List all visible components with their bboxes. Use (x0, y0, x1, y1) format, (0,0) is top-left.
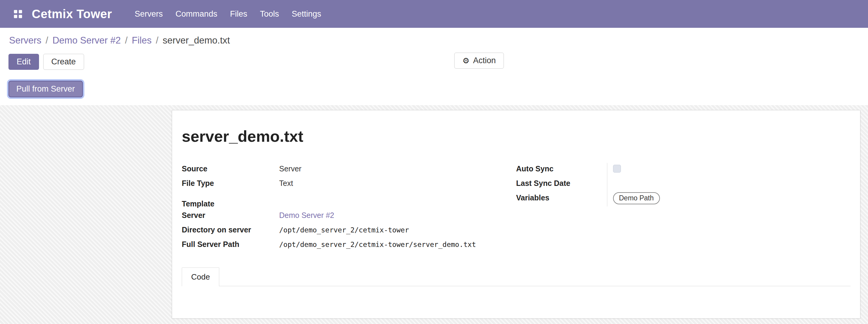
notebook-tabs: Code (182, 267, 850, 286)
field-code-full-server-path: /opt/demo_server_2/cetmix-tower/server_d… (279, 240, 476, 249)
breadcrumb-link-demo-server-2[interactable]: Demo Server #2 (52, 35, 121, 46)
app-window: Cetmix Tower ServersCommandsFilesToolsSe… (0, 0, 868, 324)
menu-tools[interactable]: Tools (253, 0, 285, 28)
field-value-directory-on-server: /opt/demo_server_2/cetmix-tower (279, 224, 516, 238)
field-row-last-sync-date: Last Sync Date (516, 177, 851, 192)
breadcrumb-separator: / (156, 35, 158, 46)
breadcrumb-link-files[interactable]: Files (132, 35, 152, 46)
field-label-variables: Variables (516, 192, 607, 203)
menu-commands[interactable]: Commands (169, 0, 223, 28)
field-value-file-type: Text (279, 177, 516, 192)
menu-files[interactable]: Files (223, 0, 253, 28)
field-label-auto-sync: Auto Sync (516, 163, 607, 174)
pull-from-server-button[interactable]: Pull from Server (8, 81, 83, 97)
edit-button[interactable]: Edit (8, 54, 39, 70)
breadcrumb-separator: / (46, 35, 49, 46)
menu-settings[interactable]: Settings (285, 0, 328, 28)
field-row-auto-sync: Auto Sync (516, 163, 851, 177)
field-link-server[interactable]: Demo Server #2 (279, 211, 334, 220)
tab-code[interactable]: Code (182, 267, 219, 286)
field-label-last-sync-date: Last Sync Date (516, 177, 607, 189)
field-row-file-type: File TypeText (182, 177, 516, 192)
field-row-server: ServerDemo Server #2 (182, 209, 516, 224)
field-label-server: Server (182, 209, 279, 221)
breadcrumb-row: Servers/Demo Server #2/Files/server_demo… (0, 28, 868, 48)
action-button-label: Action (473, 56, 496, 65)
action-button[interactable]: ⚙ Action (454, 53, 504, 69)
field-group-left: SourceServerFile TypeTextTemplateServerD… (182, 163, 516, 253)
checkbox-auto-sync[interactable] (613, 165, 621, 172)
create-button[interactable]: Create (43, 54, 84, 70)
apps-grid-icon[interactable] (9, 6, 27, 22)
tag-demo-path[interactable]: Demo Path (613, 192, 660, 204)
field-row-variables: VariablesDemo Path (516, 192, 851, 206)
field-label-directory-on-server: Directory on server (182, 224, 279, 235)
field-row-directory-on-server: Directory on server/opt/demo_server_2/ce… (182, 224, 516, 238)
menu-servers[interactable]: Servers (128, 0, 169, 28)
field-value-source: Server (279, 163, 516, 177)
field-label-template: Template (182, 198, 279, 209)
field-value-auto-sync (607, 163, 851, 177)
field-label-source: Source (182, 163, 279, 174)
field-group-right: Auto SyncLast Sync DateVariablesDemo Pat… (516, 163, 851, 253)
apps-grid-squares (14, 10, 22, 18)
control-panel: Servers/Demo Server #2/Files/server_demo… (0, 28, 868, 105)
top-menu: ServersCommandsFilesToolsSettings (128, 0, 328, 28)
breadcrumb: Servers/Demo Server #2/Files/server_demo… (9, 35, 859, 46)
field-row-source: SourceServer (182, 163, 516, 177)
field-value-variables: Demo Path (607, 192, 851, 206)
toolbar: Edit Create ⚙ Action (0, 48, 868, 74)
form-sheet: server_demo.txt SourceServerFile TypeTex… (172, 110, 861, 319)
tab-content (182, 286, 850, 314)
field-row-full-server-path: Full Server Path/opt/demo_server_2/cetmi… (182, 238, 516, 253)
brand-title[interactable]: Cetmix Tower (32, 7, 112, 21)
breadcrumb-link-servers[interactable]: Servers (9, 35, 41, 46)
field-value-template (279, 192, 516, 206)
gear-icon: ⚙ (462, 57, 469, 65)
record-actions-row: Pull from Server (0, 74, 868, 105)
top-navbar: Cetmix Tower ServersCommandsFilesToolsSe… (0, 0, 868, 28)
field-label-file-type: File Type (182, 177, 279, 189)
field-label-full-server-path: Full Server Path (182, 238, 279, 250)
field-code-directory-on-server: /opt/demo_server_2/cetmix-tower (279, 226, 409, 234)
breadcrumb-separator: / (125, 35, 128, 46)
field-groups: SourceServerFile TypeTextTemplateServerD… (182, 163, 850, 253)
field-value-server: Demo Server #2 (279, 209, 516, 224)
field-value-full-server-path: /opt/demo_server_2/cetmix-tower/server_d… (279, 238, 516, 253)
field-row-template: Template (182, 192, 516, 209)
content-area: server_demo.txt SourceServerFile TypeTex… (0, 105, 868, 324)
field-value-last-sync-date (607, 177, 851, 192)
record-title: server_demo.txt (182, 110, 850, 145)
breadcrumb-current: server_demo.txt (163, 35, 230, 46)
